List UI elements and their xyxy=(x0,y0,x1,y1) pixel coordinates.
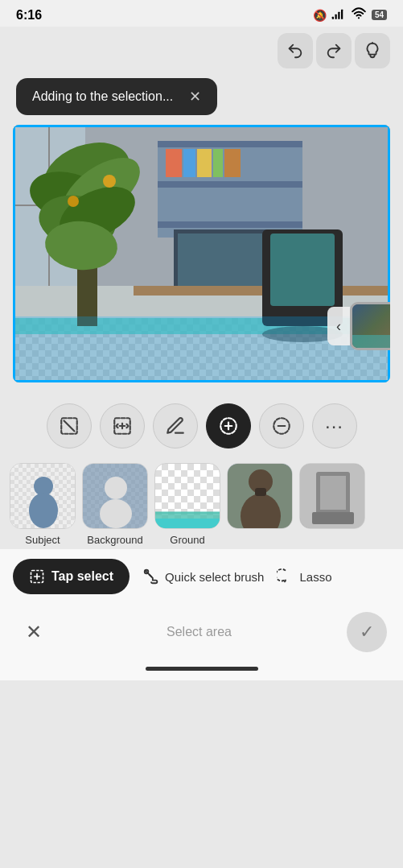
quick-brush-tool[interactable]: Quick select brush xyxy=(142,568,264,585)
svg-rect-23 xyxy=(197,149,212,177)
category-background-thumb xyxy=(82,463,148,529)
svg-rect-19 xyxy=(158,181,302,188)
svg-rect-0 xyxy=(332,17,334,19)
svg-rect-30 xyxy=(270,234,335,306)
edit-selection-button[interactable] xyxy=(153,403,198,448)
svg-point-4 xyxy=(358,17,360,19)
svg-rect-22 xyxy=(183,149,195,177)
svg-point-40 xyxy=(68,196,79,207)
svg-point-65 xyxy=(105,477,127,499)
category-row: Subject xyxy=(0,457,403,549)
more-dots-icon: ··· xyxy=(325,415,343,437)
redo-button[interactable] xyxy=(316,33,352,68)
tap-select-button[interactable]: Tap select xyxy=(13,559,130,594)
svg-point-66 xyxy=(100,499,132,528)
subtract-selection-button[interactable] xyxy=(259,403,304,448)
bulb-button[interactable] xyxy=(355,33,390,68)
svg-rect-25 xyxy=(224,149,241,177)
deselect-button[interactable] xyxy=(47,403,92,448)
status-time: 6:16 xyxy=(16,8,42,23)
category-subject-thumb xyxy=(10,463,76,529)
svg-point-39 xyxy=(103,175,116,188)
home-bar xyxy=(146,667,258,671)
more-options-button[interactable]: ··· xyxy=(312,403,357,448)
status-icons: 🔕 54 xyxy=(313,6,387,23)
lasso-icon xyxy=(277,568,294,585)
category-grayscale-thumb xyxy=(299,463,365,529)
add-selection-button[interactable] xyxy=(206,403,251,448)
category-subject[interactable]: Subject xyxy=(10,463,76,546)
cancel-icon: ✕ xyxy=(26,621,42,643)
undo-button[interactable] xyxy=(278,33,313,68)
confirm-bar: ✕ Select area ✓ xyxy=(0,604,403,660)
category-person[interactable] xyxy=(227,463,293,546)
thumbnail-image xyxy=(352,304,390,348)
canvas-wrapper: ‹ xyxy=(0,125,403,382)
svg-rect-70 xyxy=(255,488,266,496)
canvas-area[interactable]: ‹ xyxy=(13,125,390,382)
home-indicator xyxy=(0,660,403,680)
category-ground[interactable]: Ground xyxy=(154,463,220,546)
thumbnail-preview[interactable] xyxy=(350,302,390,350)
category-person-thumb xyxy=(227,463,293,529)
category-background[interactable]: Background xyxy=(82,463,148,546)
thumbnail-panel: ‹ xyxy=(327,302,390,350)
svg-rect-28 xyxy=(134,286,390,296)
category-background-label: Background xyxy=(87,534,142,546)
battery-icon: 54 xyxy=(372,10,387,20)
toast: Adding to the selection... ✕ xyxy=(16,78,217,115)
category-subject-label: Subject xyxy=(25,534,60,546)
svg-rect-74 xyxy=(312,512,354,524)
quick-brush-icon xyxy=(142,568,160,585)
wifi-icon xyxy=(351,6,367,23)
svg-point-56 xyxy=(29,493,58,528)
svg-rect-24 xyxy=(213,149,223,177)
confirm-icon: ✓ xyxy=(360,622,374,643)
mute-icon: 🔕 xyxy=(313,9,327,22)
quick-brush-label: Quick select brush xyxy=(165,570,264,584)
toast-close-button[interactable]: ✕ xyxy=(189,88,201,105)
lasso-label: Lasso xyxy=(299,570,331,584)
bottom-tool-bar: Tap select Quick select brush Lasso xyxy=(0,549,403,604)
select-area-label: Select area xyxy=(167,625,232,639)
cancel-button[interactable]: ✕ xyxy=(16,614,51,650)
svg-rect-18 xyxy=(158,141,302,147)
tap-select-label: Tap select xyxy=(51,569,113,584)
confirm-button[interactable]: ✓ xyxy=(347,612,387,652)
category-grayscale[interactable] xyxy=(299,463,365,546)
category-ground-thumb xyxy=(154,463,220,529)
signal-icon xyxy=(331,6,346,23)
svg-rect-73 xyxy=(320,476,346,510)
svg-rect-27 xyxy=(178,234,266,288)
toolbar xyxy=(0,27,403,75)
lasso-tool[interactable]: Lasso xyxy=(277,568,331,585)
status-bar: 6:16 🔕 54 xyxy=(0,0,403,27)
svg-rect-2 xyxy=(338,12,339,19)
category-ground-label: Ground xyxy=(170,534,204,546)
thumbnail-chevron[interactable]: ‹ xyxy=(327,307,350,345)
svg-line-43 xyxy=(64,421,74,432)
selection-tools-row: ··· xyxy=(0,395,403,457)
svg-rect-20 xyxy=(158,221,302,228)
tap-select-icon xyxy=(29,568,45,585)
toast-container: Adding to the selection... ✕ xyxy=(0,75,403,125)
svg-rect-21 xyxy=(166,149,182,177)
move-selection-button[interactable] xyxy=(100,403,145,448)
toast-message: Adding to the selection... xyxy=(32,89,173,104)
svg-rect-3 xyxy=(341,10,343,19)
svg-rect-1 xyxy=(335,14,336,19)
